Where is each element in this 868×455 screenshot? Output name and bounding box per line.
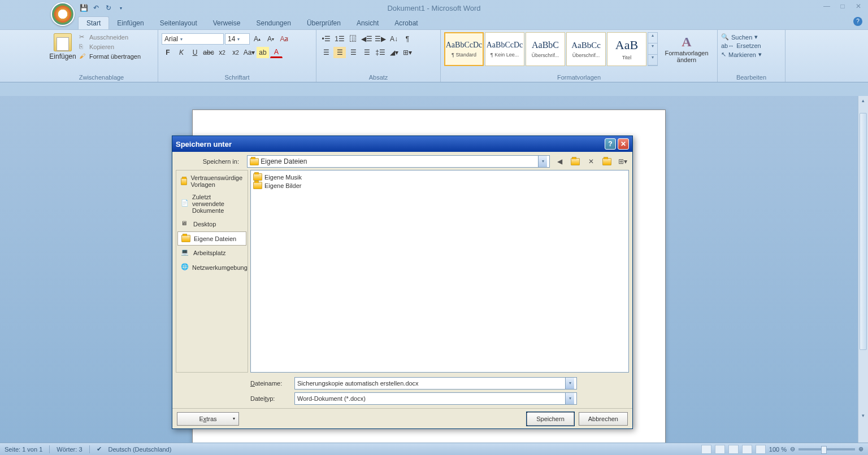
tab-start[interactable]: Start bbox=[78, 16, 109, 29]
format-painter-button[interactable]: 🖌Format übertragen bbox=[79, 53, 141, 60]
redo-icon[interactable]: ↻ bbox=[104, 3, 113, 12]
maximize-button[interactable]: □ bbox=[837, 2, 848, 10]
zoom-slider[interactable] bbox=[798, 448, 855, 450]
grow-font-icon[interactable]: A▴ bbox=[251, 33, 263, 45]
font-size-combo[interactable]: 14▾ bbox=[225, 33, 250, 45]
select-button[interactable]: ↖Markieren ▾ bbox=[721, 51, 782, 58]
copy-button[interactable]: ⎘Kopieren bbox=[79, 43, 141, 51]
help-icon[interactable]: ? bbox=[853, 17, 862, 26]
minimize-button[interactable]: — bbox=[822, 2, 832, 10]
tab-ueberpruefen[interactable]: Überprüfen bbox=[299, 17, 349, 29]
place-my-documents[interactable]: Eigene Dateien bbox=[177, 231, 246, 246]
scroll-down-icon[interactable]: ▾ bbox=[858, 411, 868, 420]
styles-gallery-more[interactable]: ▴▾▾ bbox=[648, 32, 658, 66]
numbering-button[interactable]: 1☰ bbox=[333, 33, 346, 45]
italic-button[interactable]: K bbox=[175, 47, 188, 58]
pilcrow-button[interactable]: ¶ bbox=[401, 33, 414, 45]
filetype-combo[interactable]: Word-Dokument (*.docx)▾ bbox=[294, 392, 577, 405]
place-my-computer[interactable]: 💻Arbeitsplatz bbox=[177, 246, 246, 260]
paste-button[interactable]: Einfügen bbox=[49, 31, 77, 60]
tab-einfuegen[interactable]: Einfügen bbox=[109, 17, 151, 29]
dialog-close-button[interactable]: ✕ bbox=[618, 138, 629, 150]
style-heading1[interactable]: AaBbCÜberschrif... bbox=[526, 32, 565, 66]
vertical-scrollbar[interactable]: ▴ ▾ bbox=[858, 96, 868, 443]
style-title[interactable]: AaBTitel bbox=[607, 32, 646, 66]
tab-acrobat[interactable]: Acrobat bbox=[387, 17, 426, 29]
scroll-thumb[interactable] bbox=[860, 113, 867, 350]
find-button[interactable]: 🔍Suchen ▾ bbox=[721, 33, 782, 41]
bold-button[interactable]: F bbox=[162, 47, 174, 58]
status-language[interactable]: Deutsch (Deutschland) bbox=[108, 446, 172, 453]
file-item[interactable]: Eigene Musik bbox=[253, 173, 626, 181]
save-icon[interactable]: 💾 bbox=[79, 3, 88, 12]
tab-verweise[interactable]: Verweise bbox=[205, 17, 249, 29]
font-color-button[interactable]: A bbox=[270, 47, 283, 58]
status-words[interactable]: Wörter: 3 bbox=[57, 446, 82, 453]
delete-icon[interactable]: ✕ bbox=[585, 155, 597, 168]
file-item[interactable]: Eigene Bilder bbox=[253, 181, 626, 190]
up-folder-icon[interactable] bbox=[569, 155, 581, 168]
indent-button[interactable]: ☰▶ bbox=[374, 33, 387, 45]
sort-button[interactable]: A↓ bbox=[388, 33, 400, 45]
cut-button[interactable]: ✂Ausschneiden bbox=[79, 33, 141, 41]
outdent-button[interactable]: ◀☰ bbox=[361, 33, 373, 45]
cancel-button[interactable]: Abbrechen bbox=[579, 412, 628, 426]
new-folder-icon[interactable] bbox=[601, 155, 613, 168]
font-name-combo[interactable]: Arial▾ bbox=[162, 33, 224, 45]
place-trusted-templates[interactable]: Vertrauenswürdige Vorlagen bbox=[177, 172, 246, 191]
filename-input[interactable]: Sicherungskopie automatisch erstellen.do… bbox=[294, 377, 577, 390]
highlight-button[interactable]: ab bbox=[257, 47, 269, 58]
save-button[interactable]: Speichern bbox=[527, 412, 574, 426]
borders-button[interactable]: ⊞▾ bbox=[401, 47, 414, 58]
status-page[interactable]: Seite: 1 von 1 bbox=[5, 446, 42, 453]
align-center-button[interactable]: ☰ bbox=[333, 47, 346, 58]
savein-combo[interactable]: Eigene Dateien ▾ bbox=[247, 155, 550, 168]
qat-more-icon[interactable]: ▾ bbox=[116, 3, 125, 12]
replace-button[interactable]: ab↔Ersetzen bbox=[721, 42, 782, 49]
align-right-button[interactable]: ☰ bbox=[347, 47, 359, 58]
office-button[interactable] bbox=[51, 2, 75, 26]
superscript-button[interactable]: x2 bbox=[229, 47, 242, 58]
extras-button[interactable]: Extras bbox=[177, 412, 239, 426]
clear-format-icon[interactable]: Aa̷ bbox=[278, 33, 290, 45]
style-no-spacing[interactable]: AaBbCcDc¶ Kein Lee... bbox=[485, 32, 524, 66]
tab-sendungen[interactable]: Sendungen bbox=[248, 17, 298, 29]
view-print-layout[interactable] bbox=[701, 445, 711, 454]
view-outline[interactable] bbox=[742, 445, 752, 454]
place-desktop[interactable]: 🖥Desktop bbox=[177, 217, 246, 231]
zoom-out-button[interactable]: ⊖ bbox=[790, 445, 795, 453]
place-network[interactable]: 🌐Netzwerkumgebung bbox=[177, 260, 246, 275]
style-heading2[interactable]: AaBbCcÜberschrif... bbox=[566, 32, 606, 66]
view-full-screen[interactable] bbox=[715, 445, 725, 454]
undo-icon[interactable]: ↶ bbox=[92, 3, 101, 12]
tab-ansicht[interactable]: Ansicht bbox=[349, 17, 387, 29]
group-styles: AaBbCcDc¶ Standard AaBbCcDc¶ Kein Lee...… bbox=[441, 30, 718, 82]
bullets-button[interactable]: •☰ bbox=[320, 33, 332, 45]
justify-button[interactable]: ☰ bbox=[361, 47, 373, 58]
back-icon[interactable]: ◀ bbox=[553, 155, 566, 168]
shading-button[interactable]: ◢▾ bbox=[388, 47, 400, 58]
spellcheck-icon[interactable]: ✔ bbox=[97, 445, 102, 453]
zoom-level[interactable]: 100 % bbox=[769, 446, 787, 453]
style-standard[interactable]: AaBbCcDc¶ Standard bbox=[444, 32, 484, 66]
underline-button[interactable]: U bbox=[189, 47, 201, 58]
strike-button[interactable]: abc bbox=[202, 47, 215, 58]
line-spacing-button[interactable]: ‡☰ bbox=[374, 47, 387, 58]
multilevel-button[interactable]: ⿲ bbox=[347, 33, 359, 45]
views-icon[interactable]: ⊞▾ bbox=[617, 155, 629, 168]
shrink-font-icon[interactable]: A▾ bbox=[264, 33, 277, 45]
file-list[interactable]: Eigene Musik Eigene Bilder bbox=[250, 170, 629, 373]
align-left-button[interactable]: ☰ bbox=[320, 47, 332, 58]
tab-seitenlayout[interactable]: Seitenlayout bbox=[152, 17, 205, 29]
dialog-help-button[interactable]: ? bbox=[605, 138, 616, 150]
change-styles-button[interactable]: A Formatvorlagen ändern bbox=[661, 32, 712, 66]
place-recent[interactable]: 📄Zuletzt verwendete Dokumente bbox=[177, 191, 246, 217]
view-draft[interactable] bbox=[756, 445, 766, 454]
scroll-up-icon[interactable]: ▴ bbox=[858, 96, 868, 105]
subscript-button[interactable]: x2 bbox=[216, 47, 228, 58]
zoom-in-button[interactable]: ⊕ bbox=[858, 445, 863, 453]
view-web-layout[interactable] bbox=[728, 445, 739, 454]
dialog-title-bar[interactable]: Speichern unter ? ✕ bbox=[172, 136, 632, 152]
change-case-button[interactable]: Aa▾ bbox=[243, 47, 255, 58]
close-button[interactable]: ✕ bbox=[853, 2, 863, 10]
